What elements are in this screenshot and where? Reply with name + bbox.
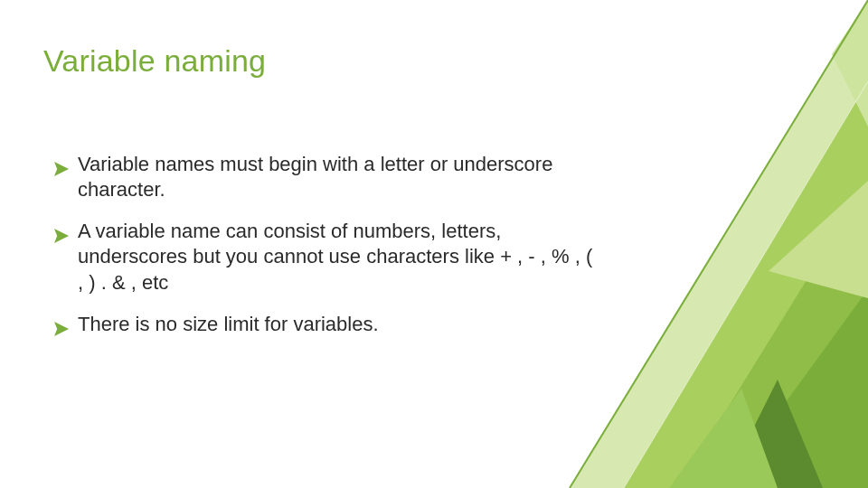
- bullet-text: A variable name can consist of numbers, …: [78, 219, 597, 295]
- bullet-text: Variable names must begin with a letter …: [78, 152, 597, 202]
- svg-marker-6: [723, 289, 868, 488]
- slide-title: Variable naming: [43, 43, 266, 79]
- bullet-icon: [54, 157, 69, 172]
- svg-marker-1: [54, 229, 69, 243]
- bullet-text: There is no size limit for variables.: [78, 312, 597, 337]
- svg-marker-8: [769, 181, 868, 298]
- svg-marker-4: [624, 81, 868, 488]
- list-item: A variable name can consist of numbers, …: [54, 219, 597, 295]
- list-item: There is no size limit for variables.: [54, 312, 597, 337]
- svg-line-11: [570, 0, 868, 488]
- svg-marker-10: [832, 0, 868, 127]
- svg-marker-2: [54, 322, 69, 336]
- bullet-icon: [54, 224, 69, 239]
- svg-marker-9: [669, 389, 778, 488]
- bullet-list: Variable names must begin with a letter …: [54, 152, 597, 353]
- svg-marker-0: [54, 162, 69, 176]
- svg-marker-3: [570, 0, 868, 488]
- list-item: Variable names must begin with a letter …: [54, 152, 597, 202]
- bullet-icon: [54, 317, 69, 332]
- svg-marker-5: [678, 181, 868, 488]
- svg-line-12: [624, 81, 868, 488]
- svg-marker-7: [723, 380, 823, 488]
- slide: Variable naming Variable names must begi…: [0, 0, 868, 488]
